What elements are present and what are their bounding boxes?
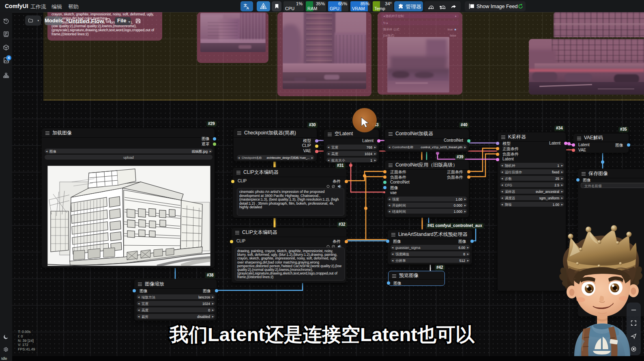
svg-text:A: A xyxy=(247,6,249,10)
